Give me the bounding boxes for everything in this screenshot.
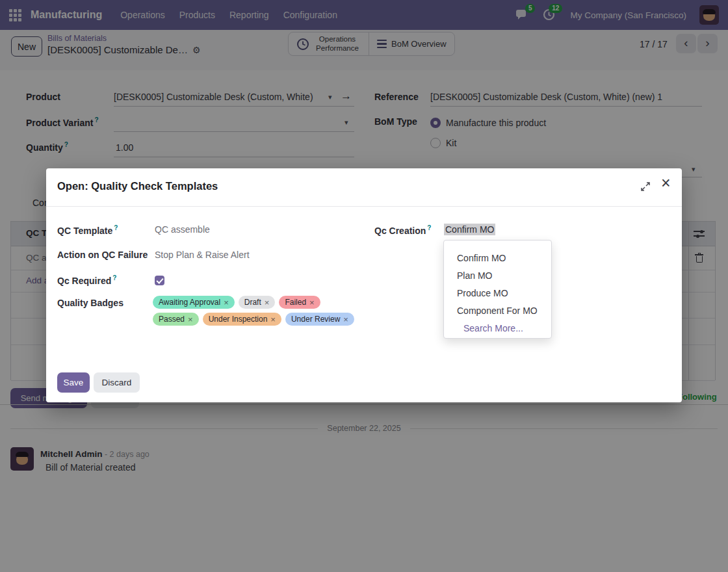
- qc-creation-dropdown: Confirm MO Plan MO Produce MO Component …: [443, 240, 552, 339]
- qc-required-label: Qc Required?: [57, 274, 116, 286]
- remove-icon[interactable]: ×: [343, 315, 348, 324]
- action-on-failure-field[interactable]: Stop Plan & Raise Alert: [155, 250, 250, 260]
- save-button[interactable]: Save: [57, 372, 90, 393]
- dropdown-item-plan-mo[interactable]: Plan MO: [444, 267, 551, 285]
- close-icon[interactable]: ×: [661, 175, 671, 191]
- quality-check-modal: Open: Quality Check Templates × QC Templ…: [46, 168, 682, 402]
- remove-icon[interactable]: ×: [265, 298, 270, 307]
- badge-tag: Awaiting Approval×: [153, 296, 235, 309]
- qc-creation-field[interactable]: Confirm MO: [444, 224, 495, 235]
- screen: Manufacturing Operations Products Report…: [0, 0, 728, 572]
- qc-template-field[interactable]: QC assemble: [155, 224, 210, 235]
- qc-template-label: QC Template?: [57, 224, 118, 236]
- badge-tag: Draft×: [239, 296, 276, 309]
- dropdown-item-produce-mo[interactable]: Produce MO: [444, 285, 551, 302]
- dropdown-search-more[interactable]: Search More...: [444, 320, 551, 337]
- remove-icon[interactable]: ×: [309, 298, 315, 307]
- action-on-failure-label: Action on QC Failure: [57, 250, 148, 260]
- dropdown-item-component-for-mo[interactable]: Component For MO: [444, 302, 551, 320]
- help-icon: ?: [112, 274, 116, 281]
- discard-button[interactable]: Discard: [94, 372, 140, 393]
- badge-tag: Under Review×: [285, 313, 354, 326]
- quality-badges-field: Awaiting Approval× Draft× Failed× Passed…: [153, 296, 359, 326]
- badge-tag: Passed×: [153, 313, 199, 326]
- quality-badges-label: Quality Badges: [57, 298, 124, 308]
- badge-tag: Under Inspection×: [203, 313, 281, 326]
- remove-icon[interactable]: ×: [270, 315, 276, 324]
- help-icon: ?: [114, 224, 118, 231]
- expand-icon[interactable]: [640, 181, 651, 194]
- help-icon: ?: [427, 224, 431, 231]
- dropdown-item-confirm-mo[interactable]: Confirm MO: [444, 250, 551, 267]
- badge-tag: Failed×: [279, 296, 320, 309]
- remove-icon[interactable]: ×: [188, 315, 193, 324]
- remove-icon[interactable]: ×: [224, 298, 229, 307]
- qc-required-checkbox[interactable]: [155, 276, 164, 285]
- modal-title: Open: Quality Check Templates: [57, 180, 218, 192]
- qc-creation-label: Qc Creation?: [374, 224, 431, 236]
